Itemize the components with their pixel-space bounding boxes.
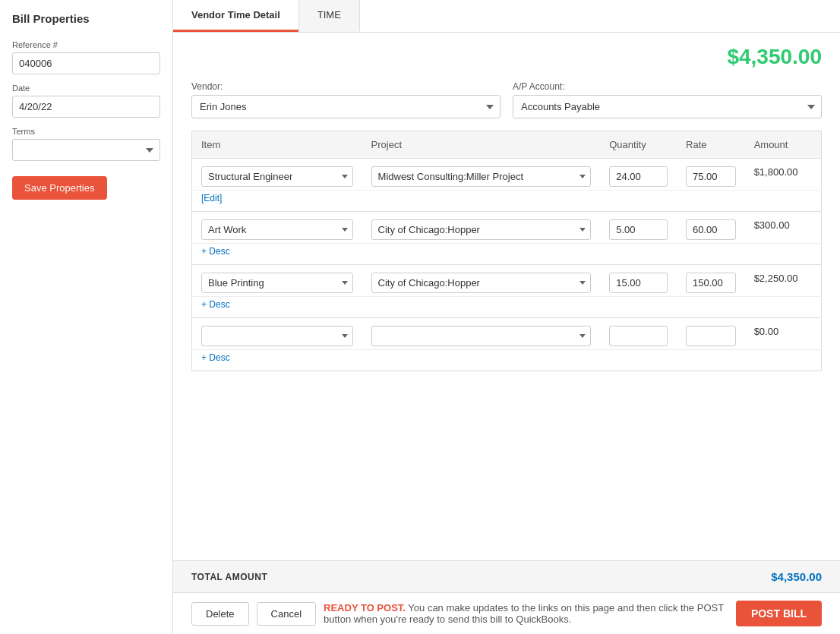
sidebar: Bill Properties Reference # Date Terms S… xyxy=(0,0,173,634)
table-row-sub: + Desc xyxy=(192,297,822,318)
tab-vendor-time-detail[interactable]: Vendor Time Detail xyxy=(173,0,298,32)
ready-message: READY TO POST. You can make updates to t… xyxy=(324,602,728,625)
tab-time[interactable]: TIME xyxy=(298,0,360,32)
plus-desc-3[interactable]: + Desc xyxy=(201,299,230,310)
total-amount-top: $4,350.00 xyxy=(191,45,822,69)
post-bill-button[interactable]: POST BILL xyxy=(736,601,822,626)
item-select-2[interactable]: Art Work xyxy=(201,219,353,240)
vendor-group: Vendor: Erin Jones xyxy=(191,81,501,118)
reference-input[interactable] xyxy=(12,52,160,74)
sub-link-cell-3: + Desc xyxy=(192,297,601,318)
project-cell-2: City of Chicago:Hopper xyxy=(362,212,601,244)
item-cell-4 xyxy=(192,318,362,350)
terms-label: Terms xyxy=(12,127,160,136)
col-header-amount: Amount xyxy=(745,131,822,159)
ready-label: READY TO POST. xyxy=(324,602,406,613)
table-row-sub: + Desc xyxy=(192,244,822,265)
qty-input-4[interactable] xyxy=(609,326,668,346)
rate-input-2[interactable] xyxy=(686,219,736,240)
footer-total: TOTAL AMOUNT $4,350.00 xyxy=(173,560,840,592)
plus-desc-2[interactable]: + Desc xyxy=(201,246,230,257)
project-select-4[interactable] xyxy=(371,326,592,346)
amount-cell-4: $0.00 xyxy=(745,318,822,350)
amount-cell-2: $300.00 xyxy=(745,212,822,244)
table-header-row: Item Project Quantity Rate Amount xyxy=(192,131,822,159)
table-row: $0.00 xyxy=(192,318,822,350)
qty-input-3[interactable] xyxy=(609,273,668,293)
rate-cell-4 xyxy=(677,318,745,350)
cancel-button[interactable]: Cancel xyxy=(257,602,316,626)
qty-cell-3 xyxy=(600,265,677,297)
qty-cell-2 xyxy=(600,212,677,244)
sidebar-title: Bill Properties xyxy=(12,12,160,25)
vendor-select[interactable]: Erin Jones xyxy=(191,95,501,118)
bill-table: Item Project Quantity Rate Amount Struct… xyxy=(191,131,822,371)
table-row-sub: + Desc xyxy=(192,350,822,371)
item-select-3[interactable]: Blue Printing xyxy=(201,273,353,293)
ap-account-select[interactable]: Accounts Payable xyxy=(513,95,822,118)
terms-select[interactable] xyxy=(12,139,160,161)
right-panel: Vendor Time Detail TIME $4,350.00 Vendor… xyxy=(173,0,840,634)
ap-account-group: A/P Account: Accounts Payable xyxy=(513,81,822,118)
qty-input-2[interactable] xyxy=(609,219,668,240)
qty-cell-1 xyxy=(600,159,677,191)
table-row-sub: [Edit] xyxy=(192,191,822,212)
project-select-1[interactable]: Midwest Consulting:Miller Project xyxy=(371,166,592,187)
table-row: Blue Printing City of Chicago:Hopper xyxy=(192,265,822,297)
col-header-item: Item xyxy=(192,131,362,159)
item-cell-1: Structural Engineer xyxy=(192,159,362,191)
table-row: Structural Engineer Midwest Consulting:M… xyxy=(192,159,822,191)
date-label: Date xyxy=(12,84,160,93)
amount-cell-3: $2,250.00 xyxy=(745,265,822,297)
project-cell-1: Midwest Consulting:Miller Project xyxy=(362,159,601,191)
rate-cell-2 xyxy=(677,212,745,244)
tabs-bar: Vendor Time Detail TIME xyxy=(173,0,840,33)
sub-link-cell-4: + Desc xyxy=(192,350,601,371)
rate-input-3[interactable] xyxy=(686,273,736,293)
item-cell-3: Blue Printing xyxy=(192,265,362,297)
qty-input-1[interactable] xyxy=(609,166,668,187)
project-select-3[interactable]: City of Chicago:Hopper xyxy=(371,273,592,293)
col-header-quantity: Quantity xyxy=(600,131,677,159)
col-header-project: Project xyxy=(362,131,601,159)
item-select-4[interactable] xyxy=(201,326,353,346)
sub-link-cell-2: + Desc xyxy=(192,244,601,265)
delete-button[interactable]: Delete xyxy=(191,602,249,626)
sub-link-cell-1: [Edit] xyxy=(192,191,601,212)
reference-label: Reference # xyxy=(12,40,160,49)
bottom-bar: Delete Cancel READY TO POST. You can mak… xyxy=(173,592,840,634)
table-row: Art Work City of Chicago:Hopper xyxy=(192,212,822,244)
project-cell-4 xyxy=(362,318,601,350)
plus-desc-4[interactable]: + Desc xyxy=(201,352,230,363)
vendor-row: Vendor: Erin Jones A/P Account: Accounts… xyxy=(191,81,822,118)
amount-cell-1: $1,800.00 xyxy=(745,159,822,191)
date-input[interactable] xyxy=(12,96,160,118)
ap-account-label: A/P Account: xyxy=(513,81,822,92)
rate-cell-1 xyxy=(677,159,745,191)
qty-cell-4 xyxy=(600,318,677,350)
rate-input-1[interactable] xyxy=(686,166,736,187)
project-select-2[interactable]: City of Chicago:Hopper xyxy=(371,219,592,240)
col-header-rate: Rate xyxy=(677,131,745,159)
vendor-label: Vendor: xyxy=(191,81,501,92)
rate-input-4[interactable] xyxy=(686,326,736,346)
item-cell-2: Art Work xyxy=(192,212,362,244)
save-properties-button[interactable]: Save Properties xyxy=(12,176,107,200)
item-select-1[interactable]: Structural Engineer xyxy=(201,166,353,187)
rate-cell-3 xyxy=(677,265,745,297)
footer-total-amount: $4,350.00 xyxy=(771,570,822,583)
edit-link-1[interactable]: [Edit] xyxy=(201,193,222,203)
footer-total-label: TOTAL AMOUNT xyxy=(191,572,267,582)
project-cell-3: City of Chicago:Hopper xyxy=(362,265,601,297)
content-area: $4,350.00 Vendor: Erin Jones A/P Account… xyxy=(173,33,840,560)
